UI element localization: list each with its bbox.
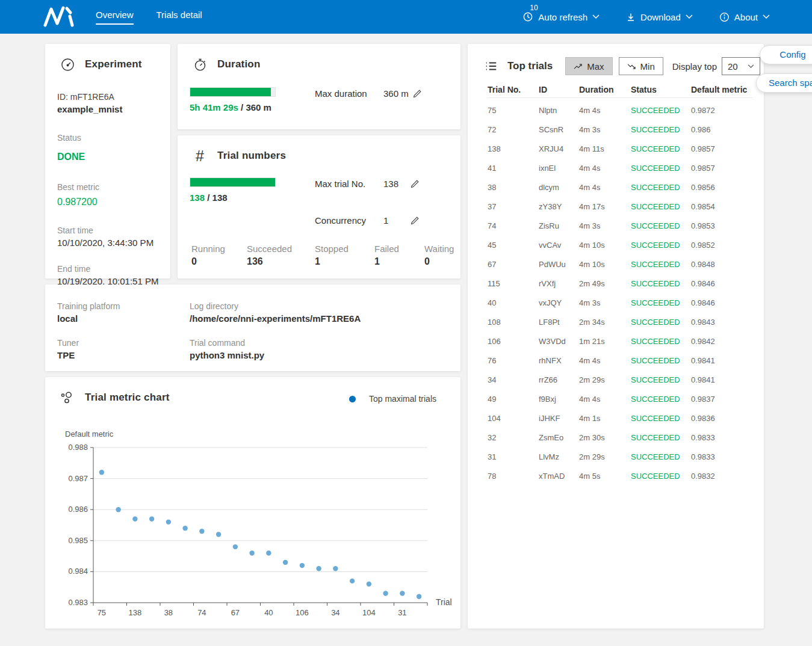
cell-default-metric: 0.9841	[691, 375, 753, 384]
col-default-metric: Default metric	[691, 85, 753, 94]
cell-trial-no: 74	[488, 221, 539, 230]
scatter-point[interactable]	[316, 566, 321, 571]
table-row: 138XRJU44m 11sSUCCEEDED0.9857	[488, 139, 753, 158]
cell-id: PdWUu	[539, 260, 579, 269]
about-menu[interactable]: About	[719, 12, 770, 22]
download-icon	[626, 12, 636, 22]
max-duration-value: 360 m	[383, 88, 409, 99]
tab-trials-detail[interactable]: Trials detail	[157, 10, 202, 25]
cell-duration: 4m 5s	[579, 472, 631, 481]
scatter-point[interactable]	[249, 550, 254, 555]
stat-failed: Failed1	[374, 244, 424, 267]
cell-duration: 4m 11s	[579, 144, 631, 153]
cell-trial-no: 78	[488, 472, 539, 481]
scatter-point[interactable]	[417, 594, 421, 598]
concurrency-value: 1	[383, 215, 406, 226]
scatter-point[interactable]	[367, 582, 371, 586]
scatter-point[interactable]	[300, 563, 305, 568]
tab-overview[interactable]: Overview	[96, 10, 134, 25]
stat-running: Running0	[191, 244, 247, 267]
cell-status: SUCCEEDED	[631, 164, 691, 173]
scatter-point[interactable]	[199, 529, 204, 534]
cell-status: SUCCEEDED	[631, 395, 691, 404]
edit-max-trial-icon[interactable]	[410, 179, 420, 189]
chevron-down-icon	[763, 14, 770, 19]
x-tick-label: 67	[231, 608, 240, 617]
scatter-point[interactable]	[116, 507, 120, 512]
scatter-point[interactable]	[350, 579, 355, 583]
search-space-button[interactable]: Search space	[756, 73, 812, 93]
cell-trial-no: 75	[488, 106, 539, 115]
scatter-point[interactable]	[182, 526, 187, 531]
scatter-point[interactable]	[383, 591, 388, 595]
duration-total: / 360 m	[238, 102, 271, 112]
trial-numbers-card: # Trial numbers 138 / 138 Max trial No. …	[178, 135, 460, 278]
top-trials-card: Top trials Max Min Display top 20 Trial …	[468, 44, 764, 629]
experiment-card: Experiment ID: mFT1RE6A example_mnist St…	[45, 44, 170, 278]
cell-trial-no: 76	[488, 356, 539, 365]
scatter-point[interactable]	[216, 532, 221, 537]
about-label: About	[734, 12, 758, 22]
scatter-point[interactable]	[149, 516, 154, 521]
trials-progress-bar	[190, 177, 276, 187]
edit-max-duration-icon[interactable]	[412, 89, 422, 99]
table-row: 38dlcym4m 4sSUCCEEDED0.9856	[488, 177, 753, 197]
trials-progress-fill	[190, 178, 275, 186]
min-button[interactable]: Min	[619, 57, 663, 75]
auto-refresh-menu[interactable]: 10 Auto refresh	[522, 11, 600, 22]
cell-trial-no: 34	[488, 375, 539, 384]
gauge-icon	[60, 57, 75, 72]
cell-status: SUCCEEDED	[631, 144, 691, 153]
max-button[interactable]: Max	[565, 57, 612, 75]
scatter-point[interactable]	[132, 516, 137, 521]
table-row: 40vxJQY4m 3sSUCCEEDED0.9846	[488, 293, 753, 312]
x-tick-label: 31	[398, 608, 406, 617]
cell-id: vxJQY	[539, 298, 579, 307]
log-directory-label: Log directory	[190, 301, 460, 311]
cell-id: ixnEl	[539, 164, 579, 173]
cell-duration: 2m 30s	[579, 433, 631, 442]
cell-default-metric: 0.9833	[691, 452, 753, 461]
stat-label: Stopped	[315, 244, 374, 254]
trial-numbers-title: Trial numbers	[217, 150, 286, 162]
cell-trial-no: 32	[488, 433, 539, 442]
scatter-point[interactable]	[99, 470, 104, 475]
scatter-point[interactable]	[333, 566, 338, 571]
cell-default-metric: 0.9848	[691, 260, 753, 269]
cell-status: SUCCEEDED	[631, 241, 691, 250]
scatter-point[interactable]	[166, 520, 171, 524]
table-row: 106W3VDd1m 21sSUCCEEDED0.9842	[488, 331, 753, 351]
download-menu[interactable]: Download	[626, 12, 693, 22]
display-top-dropdown[interactable]: 20	[722, 57, 760, 75]
x-tick-label: 138	[129, 608, 142, 617]
platform-card: Training platform local Log directory /h…	[45, 285, 460, 371]
cell-default-metric: 0.9857	[691, 144, 753, 153]
config-button[interactable]: Config	[760, 45, 812, 64]
end-time-label: End time	[57, 263, 170, 275]
edit-concurrency-icon[interactable]	[410, 216, 420, 226]
scatter-point[interactable]	[233, 544, 238, 549]
training-platform-label: Training platform	[57, 301, 190, 311]
chart-legend[interactable]: Top maximal trials	[349, 394, 436, 404]
trials-total: / 138	[205, 192, 228, 203]
x-tick-label: 104	[362, 608, 376, 617]
table-row: 76rhNFX4m 4sSUCCEEDED0.9841	[488, 351, 753, 370]
table-row: 34rrZ662m 29sSUCCEEDED0.9841	[488, 370, 753, 389]
scatter-point[interactable]	[400, 591, 404, 595]
cell-duration: 1m 21s	[579, 337, 631, 346]
cell-id: SCsnR	[539, 125, 579, 134]
display-top-value: 20	[728, 61, 738, 72]
hash-icon: #	[193, 149, 207, 163]
table-row: 115rVXfj2m 49sSUCCEEDED0.9846	[488, 274, 753, 293]
cell-default-metric: 0.9843	[691, 318, 753, 327]
table-row: 78xTmAD4m 5sSUCCEEDED0.9832	[488, 466, 753, 485]
cell-status: SUCCEEDED	[631, 414, 691, 423]
cell-duration: 4m 3s	[579, 298, 631, 307]
scatter-point[interactable]	[283, 560, 288, 565]
cell-trial-no: 41	[488, 164, 539, 173]
cell-trial-no: 40	[488, 298, 539, 307]
scatter-point[interactable]	[266, 550, 271, 555]
top-trials-body: 75Nlptn4m 4sSUCCEEDED0.987272SCsnR4m 3sS…	[488, 100, 753, 485]
cell-trial-no: 106	[488, 337, 539, 346]
cell-default-metric: 0.9856	[691, 183, 753, 192]
